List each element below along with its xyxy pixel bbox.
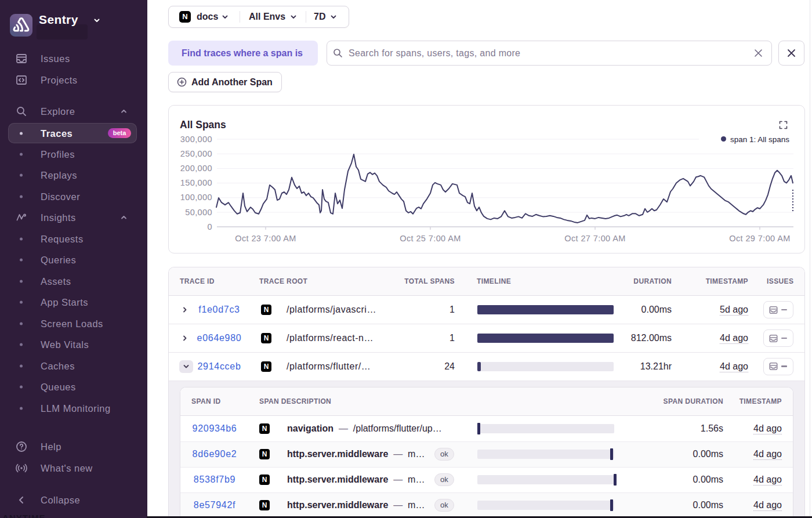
svg-text:Oct 25 7:00 AM: Oct 25 7:00 AM: [400, 234, 461, 243]
svg-text:Oct 29 7:00 AM: Oct 29 7:00 AM: [729, 234, 791, 243]
svg-text:250,000: 250,000: [180, 149, 212, 158]
svg-text:150,000: 150,000: [180, 178, 212, 187]
svg-text:Oct 27 7:00 AM: Oct 27 7:00 AM: [564, 234, 626, 243]
svg-text:100,000: 100,000: [180, 193, 212, 202]
svg-text:0: 0: [208, 222, 212, 231]
svg-text:Oct 23 7:00 AM: Oct 23 7:00 AM: [235, 234, 296, 243]
svg-text:200,000: 200,000: [180, 164, 212, 173]
svg-text:50,000: 50,000: [185, 208, 212, 217]
svg-text:300,000: 300,000: [180, 135, 212, 144]
